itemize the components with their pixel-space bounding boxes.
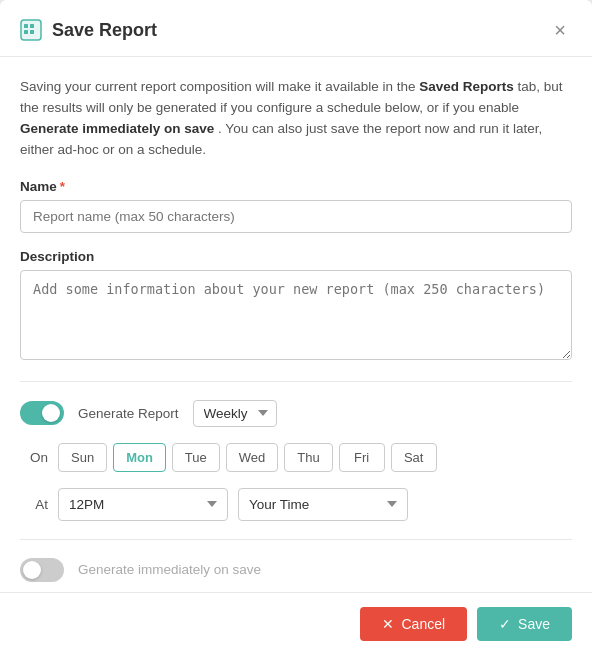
name-label: Name* [20,179,572,194]
modal-footer: ✕ Cancel ✓ Save [0,592,592,649]
timezone-select[interactable]: Your Time UTC US/Eastern US/Pacific [238,488,408,521]
name-input[interactable] [20,200,572,233]
description-textarea[interactable] [20,270,572,360]
day-thu[interactable]: Thu [284,443,332,472]
time-select[interactable]: 12AM1AM2AM3AM 4AM5AM6AM7AM 8AM9AM10AM11A… [58,488,228,521]
report-icon [20,19,42,41]
at-label: At [20,497,48,512]
info-text: Saving your current report composition w… [20,77,572,161]
day-tue[interactable]: Tue [172,443,220,472]
save-button[interactable]: ✓ Save [477,607,572,641]
svg-rect-4 [30,30,34,34]
divider-2 [20,539,572,540]
modal-title-area: Save Report [20,19,157,41]
at-time-row: At 12AM1AM2AM3AM 4AM5AM6AM7AM 8AM9AM10AM… [20,488,572,521]
save-label: Save [518,616,550,632]
generate-report-toggle[interactable] [20,401,64,425]
frequency-select-wrapper: Daily Weekly Monthly [193,400,277,427]
generate-immediate-label: Generate immediately on save [78,562,261,577]
svg-rect-3 [24,30,28,34]
close-button[interactable]: × [548,18,572,42]
svg-rect-1 [24,24,28,28]
save-check-icon: ✓ [499,616,511,632]
on-day-row: On Sun Mon Tue Wed Thu Fri Sat [20,443,572,472]
generate-report-row: Generate Report Daily Weekly Monthly [20,400,572,427]
day-wed[interactable]: Wed [226,443,279,472]
generate-report-label: Generate Report [78,406,179,421]
divider [20,381,572,382]
generate-immediate-row: Generate immediately on save [20,558,572,582]
day-fri[interactable]: Fri [339,443,385,472]
modal-body: Saving your current report composition w… [0,57,592,592]
frequency-select[interactable]: Daily Weekly Monthly [193,400,277,427]
day-mon[interactable]: Mon [113,443,166,472]
save-report-modal: Save Report × Saving your current report… [0,0,592,649]
cancel-label: Cancel [401,616,445,632]
day-sat[interactable]: Sat [391,443,437,472]
info-text-before: Saving your current report composition w… [20,79,419,94]
day-sun[interactable]: Sun [58,443,107,472]
modal-header: Save Report × [0,0,592,57]
modal-title: Save Report [52,20,157,41]
name-field-group: Name* [20,179,572,233]
on-label: On [20,450,48,465]
description-label: Description [20,249,572,264]
day-buttons-group: Sun Mon Tue Wed Thu Fri Sat [58,443,437,472]
generate-immediate-toggle[interactable] [20,558,64,582]
info-bold-generate: Generate immediately on save [20,121,214,136]
info-bold-saved-reports: Saved Reports [419,79,514,94]
cancel-button[interactable]: ✕ Cancel [360,607,467,641]
cancel-icon: ✕ [382,616,394,632]
description-field-group: Description [20,249,572,363]
svg-rect-2 [30,24,34,28]
